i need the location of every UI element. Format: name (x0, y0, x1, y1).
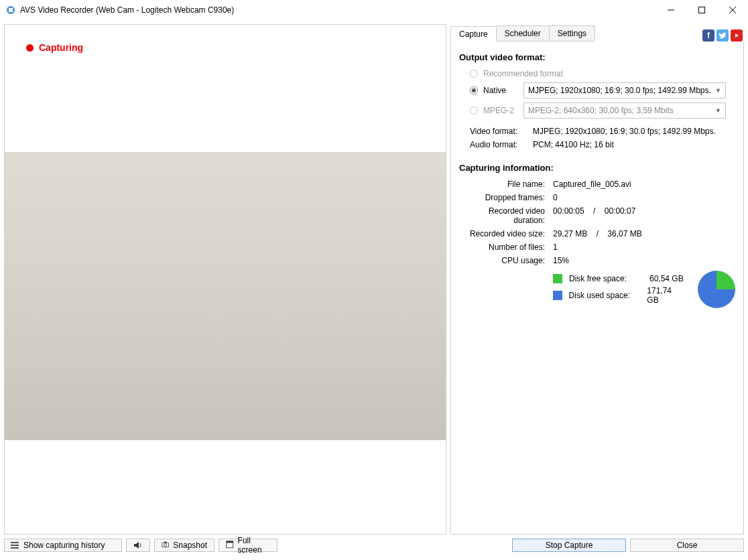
svg-marker-10 (134, 542, 139, 549)
video-format-label: Video format: (459, 127, 533, 136)
window-title: AVS Video Recorder (Web Cam - Logitech W… (20, 5, 656, 15)
capturing-badge: Capturing (26, 42, 83, 53)
fullscreen-label: Full screen (238, 536, 270, 555)
stop-capture-label: Stop Capture (546, 541, 593, 550)
close-button[interactable]: Close (630, 539, 744, 552)
size-label: Recorded video size: (459, 229, 553, 238)
svg-rect-7 (11, 542, 19, 543)
native-combo[interactable]: MJPEG; 1920x1080; 16:9; 30.0 fps; 1492.9… (523, 82, 726, 98)
preview-image (5, 152, 446, 440)
dropped-frames-label: Dropped frames: (459, 193, 553, 202)
mpeg2-label: MPEG-2 (483, 106, 518, 115)
audio-format-label: Audio format: (459, 140, 533, 149)
recommended-label: Recommended format (483, 69, 563, 78)
list-icon (10, 541, 19, 550)
record-dot-icon (26, 44, 34, 52)
output-format-title: Output video format: (459, 52, 735, 62)
svg-rect-8 (11, 545, 19, 546)
disk-used-value: 171,74 GB (647, 286, 684, 305)
cpu-value: 15% (553, 256, 569, 265)
facebook-icon[interactable]: f (702, 29, 714, 42)
camera-icon (162, 541, 169, 550)
tab-scheduler[interactable]: Scheduler (496, 25, 550, 41)
show-history-label: Show capturing history (23, 541, 105, 550)
tab-capture[interactable]: Capture (450, 26, 497, 42)
capturing-status-text: Capturing (39, 42, 83, 53)
svg-marker-6 (735, 33, 739, 38)
native-label: Native (483, 86, 518, 95)
fullscreen-icon (226, 541, 234, 550)
audio-format-value: PCM; 44100 Hz; 16 bit (533, 140, 614, 149)
show-history-button[interactable]: Show capturing history (4, 539, 122, 552)
mpeg2-combo-text: MPEG-2; 640x360; 30,00 fps; 3,59 Mbits (528, 106, 674, 115)
twitter-icon[interactable] (716, 29, 729, 42)
minimize-button[interactable] (656, 0, 686, 20)
disk-used-label: Disk used space: (569, 291, 641, 300)
duration-label: Recorded video duration: (459, 206, 553, 225)
app-icon (5, 5, 16, 15)
bottom-bar: Show capturing history Snapshot Full scr… (0, 539, 748, 556)
video-preview: Capturing (4, 24, 446, 535)
cpu-label: CPU usage: (459, 256, 553, 265)
files-value: 1 (553, 242, 558, 252)
maximize-button[interactable] (686, 0, 717, 20)
disk-pie-chart (698, 271, 735, 308)
title-bar: AVS Video Recorder (Web Cam - Logitech W… (0, 0, 748, 20)
native-combo-text: MJPEG; 1920x1080; 16:9; 30.0 fps; 1492.9… (528, 86, 711, 95)
files-label: Number of files: (459, 242, 553, 252)
mpeg2-combo[interactable]: MPEG-2; 640x360; 30,00 fps; 3,59 Mbits ▼ (523, 102, 726, 119)
snapshot-button[interactable]: Snapshot (154, 539, 214, 552)
radio-recommended[interactable] (470, 70, 478, 78)
stop-capture-button[interactable]: Stop Capture (512, 539, 626, 552)
svg-rect-13 (164, 542, 166, 543)
chevron-down-icon: ▼ (715, 107, 721, 114)
svg-point-12 (164, 543, 167, 546)
close-window-button[interactable] (717, 0, 748, 20)
svg-rect-9 (11, 547, 19, 549)
volume-button[interactable] (126, 539, 150, 552)
speaker-icon (133, 541, 143, 550)
svg-rect-1 (9, 8, 13, 12)
size-value: 29,27 MB / 36,07 MB (553, 229, 642, 238)
file-name-value: Captured_file_005.avi (553, 180, 631, 189)
disk-free-label: Disk free space: (569, 274, 643, 283)
radio-native[interactable] (470, 86, 478, 94)
fullscreen-button[interactable]: Full screen (219, 539, 277, 552)
dropped-frames-value: 0 (553, 193, 558, 202)
capinfo-title: Capturing information: (459, 163, 735, 173)
disk-free-value: 60,54 GB (649, 274, 684, 283)
legend-used-color (553, 291, 562, 300)
legend-free-color (553, 274, 562, 283)
chevron-down-icon: ▼ (715, 87, 721, 94)
youtube-icon[interactable] (731, 29, 743, 42)
snapshot-label: Snapshot (173, 541, 207, 550)
duration-value: 00:00:05 / 00:00:07 (553, 206, 635, 225)
radio-mpeg2[interactable] (470, 107, 478, 115)
svg-rect-15 (227, 541, 233, 543)
video-format-value: MJPEG; 1920x1080; 16:9; 30.0 fps; 1492.9… (533, 127, 716, 136)
svg-rect-3 (699, 7, 705, 13)
capture-panel: Output video format: Recommended format … (450, 42, 744, 535)
close-label: Close (677, 541, 698, 550)
tab-settings[interactable]: Settings (549, 25, 595, 41)
file-name-label: File name: (459, 180, 553, 189)
